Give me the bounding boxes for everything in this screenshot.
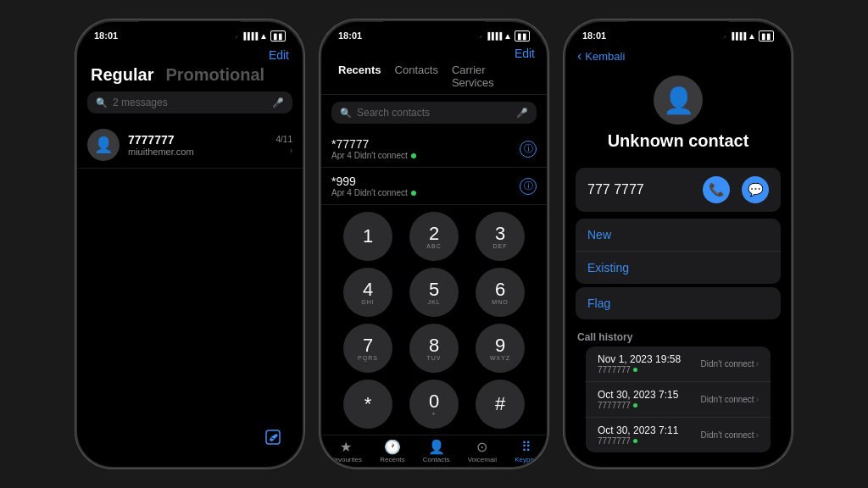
dial-5[interactable]: 5JKL <box>409 268 459 317</box>
recent-detail-0: Apr 4 Didn't connect <box>331 151 416 160</box>
recent-detail-1: Apr 4 Didn't connect <box>331 188 416 197</box>
contact-phone-number: 777 7777 <box>587 182 696 197</box>
call-chevron-0: › <box>756 359 759 369</box>
battery-icon-2: ▮▮ <box>515 30 530 42</box>
recent-item-0[interactable]: *77777 Apr 4 Didn't connect ⓘ <box>321 130 547 168</box>
mic-icon[interactable]: 🎤 <box>272 97 284 108</box>
dial-letters-0: + <box>431 411 436 417</box>
dial-3[interactable]: 3DEF <box>476 212 525 261</box>
star-icon: ★ <box>340 439 352 455</box>
back-navigation[interactable]: ‹ Kembali <box>565 45 791 69</box>
contact-info: 👤 Unknown contact <box>565 69 791 161</box>
call-contact-button[interactable]: 📞 <box>703 176 730 203</box>
call-history-item-1[interactable]: Oct 30, 2023 7:15 7777777 Didn't connect… <box>586 382 771 418</box>
dial-num-2: 2 <box>429 225 439 243</box>
dial-num-9: 9 <box>495 336 505 355</box>
bottom-tab-recents-label: Recents <box>380 456 404 463</box>
phone2-bottom-tab-bar: ★ Favourites 🕐 Recents 👤 Contacts ⊙ Voic… <box>321 435 547 467</box>
signal-icon-2: ▐▐▐▐ <box>485 32 501 40</box>
status-dot-0 <box>411 153 416 158</box>
phone2-search-bar[interactable]: 🔍 Search contacts 🎤 <box>331 102 537 124</box>
bottom-tab-favourites-label: Favourites <box>331 456 362 463</box>
dial-7[interactable]: 7PQRS <box>343 324 392 373</box>
contact-options: New Existing <box>576 219 781 284</box>
info-button-0[interactable]: ⓘ <box>520 141 537 158</box>
dial-letters-5: JKL <box>427 299 440 305</box>
phone2-mic-icon[interactable]: 🎤 <box>516 108 528 119</box>
call-status-2: Didn't connect › <box>701 430 759 440</box>
new-contact-label: New <box>587 228 611 241</box>
bottom-tab-contacts-label: Contacts <box>423 456 450 463</box>
call-history-item-2[interactable]: Oct 30, 2023 7:11 7777777 Didn't connect… <box>586 418 771 452</box>
signal-icon: ▐▐▐▐ <box>241 32 257 40</box>
dial-num-hash: # <box>495 395 505 413</box>
bottom-tab-contacts[interactable]: 👤 Contacts <box>423 439 450 463</box>
existing-contact-option[interactable]: Existing <box>576 252 781 284</box>
dial-8[interactable]: 8TUV <box>409 324 459 373</box>
dial-2[interactable]: 2ABC <box>409 212 459 261</box>
message-contact-button[interactable]: 💬 <box>742 176 769 203</box>
time-1: 18:01 <box>94 30 118 41</box>
dial-num-8: 8 <box>429 336 439 355</box>
time-3: 18:01 <box>582 30 606 41</box>
notch-2 <box>383 21 485 42</box>
tab-recents[interactable]: Recents <box>331 64 388 89</box>
call-date-0: Nov 1, 2023 19:58 <box>598 353 681 365</box>
recent-item-1[interactable]: *999 Apr 4 Didn't connect ⓘ <box>321 168 547 205</box>
notch-3 <box>627 21 729 42</box>
back-chevron-icon: ‹ <box>577 48 581 64</box>
phone2-edit-button[interactable]: Edit <box>515 47 535 60</box>
call-dot-0 <box>633 368 637 372</box>
call-history-item-0[interactable]: Nov 1, 2023 19:58 7777777 Didn't connect… <box>586 347 771 382</box>
phone1-screen: Edit Regular Promotional 🔍 2 messages 🎤 … <box>77 45 303 467</box>
info-button-1[interactable]: ⓘ <box>520 178 537 195</box>
wifi-icon-2: ▲ <box>504 31 512 41</box>
dial-num-5: 5 <box>429 280 439 299</box>
dial-letters-7: PQRS <box>358 355 378 361</box>
dial-letters-6: MNO <box>492 299 508 305</box>
chevron-right-icon: › <box>290 146 292 155</box>
phones-container: 18:01 ✱ ▐▐▐▐ ▲ ▮▮ Edit Regular Promotion… <box>58 3 810 485</box>
call-number-0: 7777777 <box>598 365 681 374</box>
message-item-0[interactable]: 👤 7777777 miuithemer.com 4/11 › <box>77 122 303 169</box>
tab-promotional[interactable]: Promotional <box>165 65 264 85</box>
dial-star[interactable]: * <box>343 380 392 429</box>
wifi-icon: ▲ <box>259 31 268 41</box>
bottom-tab-voicemail[interactable]: ⊙ Voicemail <box>468 439 497 463</box>
status-icons-3: ✱ ▐▐▐▐ ▲ ▮▮ <box>720 30 774 42</box>
messages-edit-button[interactable]: Edit <box>269 48 289 62</box>
phone-2: 18:01 ✱ ▐▐▐▐ ▲ ▮▮ Edit Recents Contacts … <box>320 19 548 469</box>
tab-contacts[interactable]: Contacts <box>388 64 445 89</box>
dial-num-0: 0 <box>429 392 439 411</box>
flag-option[interactable]: Flag <box>576 287 781 319</box>
bottom-tab-recents[interactable]: 🕐 Recents <box>380 439 404 463</box>
dial-1[interactable]: 1 <box>343 212 392 261</box>
wifi-icon-3: ▲ <box>748 31 756 41</box>
tab-carrier-services[interactable]: Carrier Services <box>445 64 537 89</box>
call-chevron-2: › <box>756 430 759 440</box>
call-history-list: Nov 1, 2023 19:58 7777777 Didn't connect… <box>576 347 781 452</box>
message-info-0: 7777777 miuithemer.com <box>128 133 268 157</box>
compose-button[interactable] <box>259 423 287 452</box>
existing-contact-label: Existing <box>587 261 629 274</box>
phone-1: 18:01 ✱ ▐▐▐▐ ▲ ▮▮ Edit Regular Promotion… <box>75 19 304 469</box>
dial-0[interactable]: 0+ <box>409 380 459 429</box>
bottom-tab-keypad[interactable]: ⠿ Keypad <box>515 439 537 463</box>
phone2-screen: Edit Recents Contacts Carrier Services 🔍… <box>321 45 547 467</box>
messages-header: Edit <box>77 45 303 64</box>
tab-regular[interactable]: Regular <box>91 65 153 85</box>
new-contact-option[interactable]: New <box>576 219 781 252</box>
messages-search-bar[interactable]: 🔍 2 messages 🎤 <box>87 92 292 114</box>
contacts-icon: 👤 <box>428 439 445 455</box>
dial-letters-2: ABC <box>426 243 441 249</box>
dial-4[interactable]: 4GHI <box>343 268 392 317</box>
message-avatar-0: 👤 <box>87 129 120 161</box>
dial-9[interactable]: 9WXYZ <box>476 324 525 373</box>
status-icons-1: ✱ ▐▐▐▐ ▲ ▮▮ <box>231 30 286 42</box>
dial-num-6: 6 <box>495 280 505 299</box>
contact-name: Unknown contact <box>608 131 749 151</box>
bottom-tab-favourites[interactable]: ★ Favourites <box>331 439 362 463</box>
call-number-1: 7777777 <box>598 401 678 410</box>
dial-6[interactable]: 6MNO <box>476 268 525 317</box>
dial-hash[interactable]: # <box>476 380 525 429</box>
